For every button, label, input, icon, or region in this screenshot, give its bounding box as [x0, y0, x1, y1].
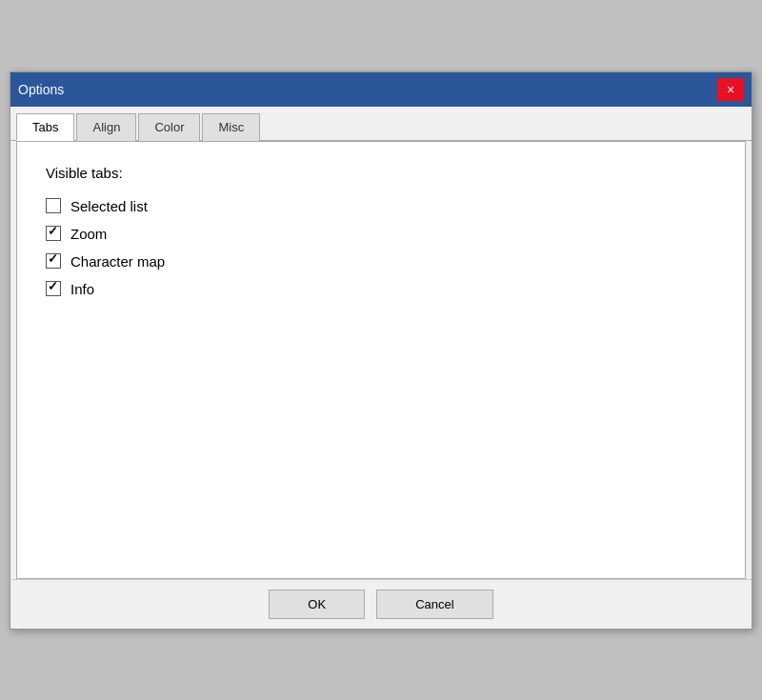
checkbox-info-label: Info: [70, 281, 94, 297]
window-title: Options: [18, 82, 64, 97]
checkbox-selected-list-input[interactable]: [46, 198, 61, 213]
tab-bar: Tabs Align Color Misc: [10, 107, 752, 141]
checkbox-zoom-label: Zoom: [70, 226, 107, 242]
cancel-button[interactable]: Cancel: [376, 590, 492, 619]
checkbox-selected-list[interactable]: Selected list: [46, 198, 716, 214]
checkbox-zoom[interactable]: Zoom: [46, 226, 716, 242]
checkbox-character-map-label: Character map: [70, 253, 165, 270]
visible-tabs-label: Visible tabs:: [46, 165, 716, 181]
tab-misc[interactable]: Misc: [202, 113, 260, 141]
tab-content: Visible tabs: Selected list Zoom Charact…: [16, 141, 746, 579]
tab-align[interactable]: Align: [76, 113, 136, 141]
checkbox-info[interactable]: Info: [46, 281, 716, 297]
checkbox-character-map[interactable]: Character map: [46, 253, 716, 270]
close-button[interactable]: ×: [717, 78, 744, 101]
tab-tabs[interactable]: Tabs: [16, 113, 74, 141]
checkbox-selected-list-label: Selected list: [70, 198, 148, 214]
checkbox-zoom-input[interactable]: [46, 226, 61, 241]
dialog-footer: OK Cancel: [10, 579, 752, 629]
dialog-window: Options × Tabs Align Color Misc Visible …: [10, 71, 752, 630]
checkbox-info-input[interactable]: [46, 281, 61, 296]
checkbox-character-map-input[interactable]: [46, 253, 61, 269]
title-bar: Options ×: [10, 72, 752, 107]
tab-color[interactable]: Color: [138, 113, 200, 141]
ok-button[interactable]: OK: [269, 590, 365, 619]
